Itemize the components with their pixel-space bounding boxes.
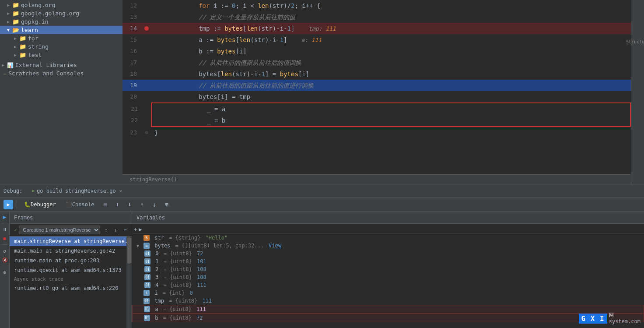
sidebar-item-ext-libs[interactable]: ▶ 📊 External Libraries bbox=[0, 61, 122, 69]
frame-sort-button[interactable]: ≡ bbox=[121, 226, 129, 234]
line-number: 12 bbox=[122, 0, 142, 11]
sidebar-item-gopkg[interactable]: ▶ 📁 gopkg.in bbox=[0, 18, 122, 26]
var-item-bytes-3[interactable]: 01 3 = {uint8} 108 bbox=[132, 273, 644, 281]
goroutine-dropdown[interactable]: Goroutine 1 main.stringReverse bbox=[19, 226, 100, 234]
sidebar-item-for[interactable]: ▶ 📁 for bbox=[0, 34, 122, 42]
goroutine-selector: ✓ Goroutine 1 main.stringReverse ↑ ↓ ≡ bbox=[10, 224, 132, 236]
var-item-bytes-0[interactable]: 01 0 = {uint8} 72 bbox=[132, 250, 644, 257]
side-icons: Structure bbox=[631, 0, 644, 184]
line-number: 19 bbox=[122, 80, 142, 91]
settings-button[interactable]: ≡ bbox=[100, 200, 110, 209]
debug-area: Debug: ▶ go build stringReverse.go ✕ ▶ 🐛… bbox=[0, 184, 644, 328]
line-number: 18 bbox=[122, 68, 142, 80]
var-type-icon: 01 bbox=[144, 282, 150, 288]
frame-up-button[interactable]: ↑ bbox=[102, 226, 110, 234]
pause-icon[interactable]: ⏸ bbox=[1, 226, 8, 233]
frame-controls: ↑ ↓ ≡ bbox=[100, 226, 129, 234]
var-value: 108 bbox=[197, 266, 206, 272]
var-value: 72 bbox=[197, 250, 203, 257]
console-tab[interactable]: ⬛ Console bbox=[62, 200, 98, 209]
line-content: _ = b bbox=[152, 103, 630, 138]
var-item-i[interactable]: i i = {int} 0 bbox=[132, 289, 644, 297]
var-item-bytes-1[interactable]: 01 1 = {uint8} 101 bbox=[132, 257, 644, 265]
frames-scroll-thumb[interactable] bbox=[127, 237, 131, 264]
debug-content: ▶ ⏸ ■ ↺ 🔇 ⚙ Frames ✓ Goroutine 1 main.st… bbox=[0, 212, 644, 328]
grid-button[interactable]: ⊞ bbox=[161, 200, 171, 209]
var-name: str bbox=[151, 235, 167, 241]
sidebar-item-learn[interactable]: ▼ 📂 learn bbox=[0, 26, 122, 34]
ext-libs-icon: 📊 bbox=[7, 62, 14, 68]
watermark-domain: system.com bbox=[609, 318, 640, 324]
var-item-bytes[interactable]: ▼ ≡ bytes = ([]uint8) len:5, cap:32... V… bbox=[132, 242, 644, 250]
close-tab-icon[interactable]: ✕ bbox=[119, 188, 122, 194]
sidebar-item-golang[interactable]: ▶ 📁 golang.org bbox=[0, 1, 122, 9]
watermark: G X I 网 system.com bbox=[579, 312, 640, 324]
line-number: 13 bbox=[122, 11, 142, 23]
folder-icon: 📁 bbox=[19, 52, 26, 58]
frame-item[interactable]: main.main at stringReverse.go:42 bbox=[10, 246, 126, 256]
settings-icon[interactable]: ⚙ bbox=[1, 269, 8, 276]
sidebar-item-label: learn bbox=[21, 27, 38, 33]
sidebar-item-google-golang[interactable]: ▶ 📁 google.golang.org bbox=[0, 9, 122, 18]
step-up2-button[interactable]: ↑ bbox=[137, 200, 147, 209]
separator2 bbox=[1, 244, 8, 245]
var-type: = {uint8} bbox=[164, 250, 195, 257]
step-down2-button[interactable]: ↓ bbox=[149, 200, 159, 209]
frame-item[interactable]: runtime.rt0_go at asm_amd64.s:220 bbox=[10, 283, 126, 293]
sidebar-item-string[interactable]: ▶ 📁 string bbox=[0, 42, 122, 51]
frame-item[interactable]: runtime.goexit at asm_amd64.s:1373 bbox=[10, 265, 126, 275]
var-item-b[interactable]: 01 b = {uint8} 72 bbox=[132, 314, 644, 322]
var-name: 1 bbox=[152, 258, 162, 265]
sidebar-item-label: string bbox=[28, 43, 49, 50]
frames-title: Frames bbox=[14, 215, 33, 221]
restart-icon[interactable]: ↺ bbox=[1, 247, 8, 254]
var-type-icon: i bbox=[144, 290, 150, 296]
var-name: b bbox=[152, 315, 161, 321]
var-type: = {uint8} bbox=[164, 258, 195, 265]
sidebar-item-scratches[interactable]: ✏️ Scratches and Consoles bbox=[0, 69, 122, 78]
debug-tab-file[interactable]: ▶ go build stringReverse.go ✕ bbox=[28, 186, 126, 196]
folder-icon: 📁 bbox=[19, 35, 26, 42]
var-item-str[interactable]: S str = {string} "Hello" bbox=[132, 234, 644, 242]
var-name: a bbox=[152, 306, 161, 312]
frame-item[interactable]: main.stringReverse at stringReverse.go:1… bbox=[10, 236, 126, 246]
sidebar-item-label: for bbox=[28, 35, 38, 42]
frame-down-button[interactable]: ↓ bbox=[112, 226, 119, 234]
var-value: 111 bbox=[196, 306, 206, 312]
var-item-bytes-4[interactable]: 01 4 = {uint8} 111 bbox=[132, 281, 644, 289]
folder-icon: 📂 bbox=[12, 27, 19, 33]
var-link[interactable]: View bbox=[269, 243, 281, 249]
var-name: 3 bbox=[152, 274, 162, 280]
sidebar: ▶ 📁 golang.org ▶ 📁 google.golang.org ▶ 📁… bbox=[0, 0, 122, 184]
debug-resume-button[interactable]: ▶ bbox=[4, 200, 13, 209]
var-value: 101 bbox=[197, 258, 206, 265]
debug-toolbar: ▶ 🐛 Debugger ⬛ Console ≡ ⬆ ⬇ ↑ ↓ ⊞ bbox=[0, 198, 644, 212]
go-icon: ▶ bbox=[32, 188, 35, 194]
add-variable-button[interactable]: + bbox=[134, 226, 137, 233]
var-name: tmp bbox=[151, 298, 167, 304]
debug-tab-file-label: go build stringReverse.go bbox=[37, 188, 116, 194]
variables-panel: Variables + ▶ S str = {string} "Hello" bbox=[132, 212, 644, 328]
var-type: = {uint8} bbox=[164, 274, 195, 280]
debugger-tab[interactable]: 🐛 Debugger bbox=[21, 200, 60, 209]
var-item-tmp[interactable]: 01 tmp = {uint8} 111 bbox=[132, 297, 644, 305]
expand-button[interactable]: ▶ bbox=[139, 226, 142, 233]
step-down-button[interactable]: ⬇ bbox=[125, 200, 134, 209]
structure-icon[interactable]: Structure bbox=[633, 37, 643, 46]
resume-icon[interactable]: ▶ bbox=[1, 213, 8, 220]
frame-item[interactable]: runtime.main at proc.go:203 bbox=[10, 256, 126, 265]
var-item-bytes-2[interactable]: 01 2 = {uint8} 108 bbox=[132, 265, 644, 273]
sidebar-item-label: gopkg.in bbox=[21, 18, 49, 25]
var-type-icon: 01 bbox=[144, 266, 150, 272]
frames-scroll-bar[interactable] bbox=[126, 236, 132, 328]
mute-icon[interactable]: 🔇 bbox=[1, 256, 8, 263]
footer-function-name: stringReverse() bbox=[130, 176, 177, 183]
debug-left-toolbar: ▶ ⏸ ■ ↺ 🔇 ⚙ bbox=[0, 212, 10, 328]
stop-icon[interactable]: ■ bbox=[1, 235, 8, 242]
step-up-button[interactable]: ⬆ bbox=[112, 200, 122, 209]
line-number: 22 bbox=[123, 115, 143, 126]
separator3 bbox=[1, 266, 8, 266]
var-item-a[interactable]: 01 a = {uint8} 111 bbox=[132, 305, 644, 314]
sidebar-item-label: google.golang.org bbox=[21, 10, 79, 17]
sidebar-item-test[interactable]: ▶ 📁 test bbox=[0, 51, 122, 59]
